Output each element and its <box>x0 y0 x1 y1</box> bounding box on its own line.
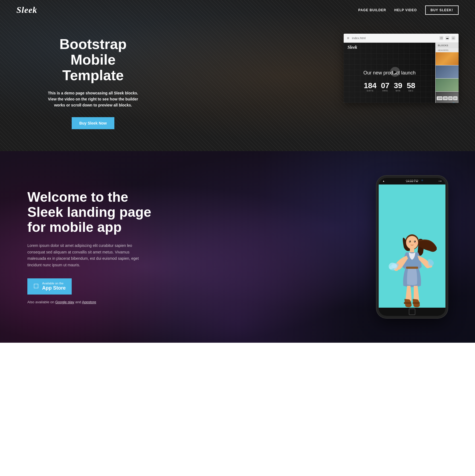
browser-site-logo: Sleek <box>347 45 357 50</box>
browser-url: index.html <box>352 36 437 40</box>
nav-link-page-builder[interactable]: PAGE BUILDER <box>358 8 386 12</box>
hero-content: Bootstrap Mobile Template This is a demo… <box>0 20 475 151</box>
countdown-sec: 58 SEC <box>407 82 415 92</box>
app-description: Lorem ipsum dolor sit amet adipiscing el… <box>27 243 148 269</box>
countdown-days: 184 DAYS <box>364 82 376 92</box>
hero-description: This is a demo page showcasing all Sleek… <box>44 90 142 108</box>
app-also-available: Also available on Google play and Appsto… <box>27 300 159 304</box>
app-text: Welcome to the Sleek landing page for mo… <box>27 190 159 304</box>
nav-buy-button[interactable]: BUY SLEEK! <box>425 5 459 15</box>
sidebar-num-4: 10 <box>453 96 457 100</box>
countdown-hrs: 07 HRS <box>381 82 389 92</box>
browser-main-content: Sleek Our new product launch ▶ 184 DAYS … <box>344 43 435 103</box>
browser-sidebar: Blocks HEADERS 100 08 19 10 ✕ <box>435 43 459 103</box>
sidebar-thumb-3 <box>436 79 459 92</box>
phone-icon: ☐ <box>33 283 39 290</box>
svg-point-7 <box>407 242 410 244</box>
nav-logo: Sleek <box>16 5 37 15</box>
app-store-name: App Store <box>42 285 66 291</box>
svg-rect-13 <box>413 302 420 304</box>
countdown-min: 39 MIN <box>394 82 402 92</box>
battery-level: ▪▪ <box>440 180 442 182</box>
app-title: Welcome to the Sleek landing page for mo… <box>27 190 159 235</box>
countdown-min-num: 39 <box>394 82 402 90</box>
app-store-text: Available on the App Store <box>42 282 66 291</box>
sidebar-headers-label: HEADERS <box>436 48 459 52</box>
play-button[interactable]: ▶ <box>390 67 400 77</box>
phone-side-button-left <box>376 200 377 208</box>
svg-point-5 <box>409 241 410 241</box>
browser-site-header: Sleek <box>344 43 435 52</box>
countdown-hrs-num: 07 <box>381 82 389 90</box>
svg-rect-12 <box>404 302 411 304</box>
phone-mockup: ▲ 14:06 PM ▪ ▪▪ <box>376 176 448 318</box>
browser-menu-icon: ≡ <box>347 36 349 40</box>
nav-links: PAGE BUILDER HELP VIDEO BUY SLEEK! <box>358 5 459 15</box>
browser-desktop-icon: ▭ <box>451 36 455 40</box>
sidebar-blocks-label: Blocks <box>436 43 459 48</box>
browser-main: Sleek Our new product launch ▶ 184 DAYS … <box>344 43 435 103</box>
hero-section: Sleek PAGE BUILDER HELP VIDEO BUY SLEEK!… <box>0 0 475 151</box>
browser-bar: ≡ index.html ☐ ▬ ▭ <box>344 34 459 43</box>
countdown-sec-label: SEC <box>407 90 415 92</box>
sidebar-thumb-4: 100 08 19 10 <box>436 92 459 103</box>
app-store-button[interactable]: ☐ Available on the App Store <box>27 278 72 295</box>
phone-bottom-bar <box>379 308 445 316</box>
app-content: Welcome to the Sleek landing page for mo… <box>0 154 475 340</box>
browser-body: Sleek Our new product launch ▶ 184 DAYS … <box>344 43 459 103</box>
countdown-hrs-label: HRS <box>381 90 389 92</box>
browser-mockup: ≡ index.html ☐ ▬ ▭ Sleek Our new product… <box>344 34 459 103</box>
app-section: Welcome to the Sleek landing page for mo… <box>0 151 475 343</box>
appstore-link[interactable]: Appstore <box>82 300 96 304</box>
phone-home-button[interactable] <box>409 308 415 315</box>
countdown-sec-num: 58 <box>407 82 415 90</box>
sidebar-num-1: 100 <box>437 96 442 100</box>
phone-character <box>387 231 437 308</box>
google-play-link[interactable]: Google play <box>55 300 74 304</box>
browser-tablet-icon: ▬ <box>445 36 449 40</box>
countdown-days-num: 184 <box>364 82 376 90</box>
svg-rect-9 <box>406 267 418 269</box>
svg-point-6 <box>414 241 415 241</box>
sidebar-thumb-1 <box>436 52 459 65</box>
phone-top-bar: ▲ 14:06 PM ▪ ▪▪ <box>379 178 445 184</box>
phone-signal: ▲ <box>383 180 385 182</box>
countdown-min-label: MIN <box>394 90 402 92</box>
sidebar-thumb-2 <box>436 65 459 79</box>
phone-screen <box>379 184 445 308</box>
hero-text: Bootstrap Mobile Template This is a demo… <box>44 31 142 129</box>
phone-camera <box>421 180 423 181</box>
sidebar-nums: 100 08 19 10 <box>436 95 458 101</box>
phone-side-button-right <box>447 200 448 214</box>
navbar: Sleek PAGE BUILDER HELP VIDEO BUY SLEEK! <box>0 0 475 20</box>
sidebar-num-2: 08 <box>443 96 447 100</box>
hero-title: Bootstrap Mobile Template <box>44 36 142 83</box>
battery-icon: ▪ <box>439 180 439 182</box>
browser-site-title: Our new product launch <box>363 70 416 76</box>
browser-device-icons: ☐ ▬ ▭ <box>439 36 455 40</box>
browser-phone-icon: ☐ <box>439 36 443 40</box>
phone-speaker <box>405 180 419 181</box>
svg-point-8 <box>415 242 417 244</box>
hero-cta-button[interactable]: Buy Sleek Now <box>72 117 114 129</box>
app-store-available-label: Available on the <box>42 282 63 285</box>
nav-link-help-video[interactable]: HELP VIDEO <box>394 8 417 12</box>
sidebar-num-3: 19 <box>448 96 453 100</box>
phone-battery: ▪ ▪▪ <box>439 180 442 182</box>
countdown-days-label: DAYS <box>364 90 376 92</box>
browser-countdown: 184 DAYS 07 HRS 39 MIN <box>364 82 415 92</box>
